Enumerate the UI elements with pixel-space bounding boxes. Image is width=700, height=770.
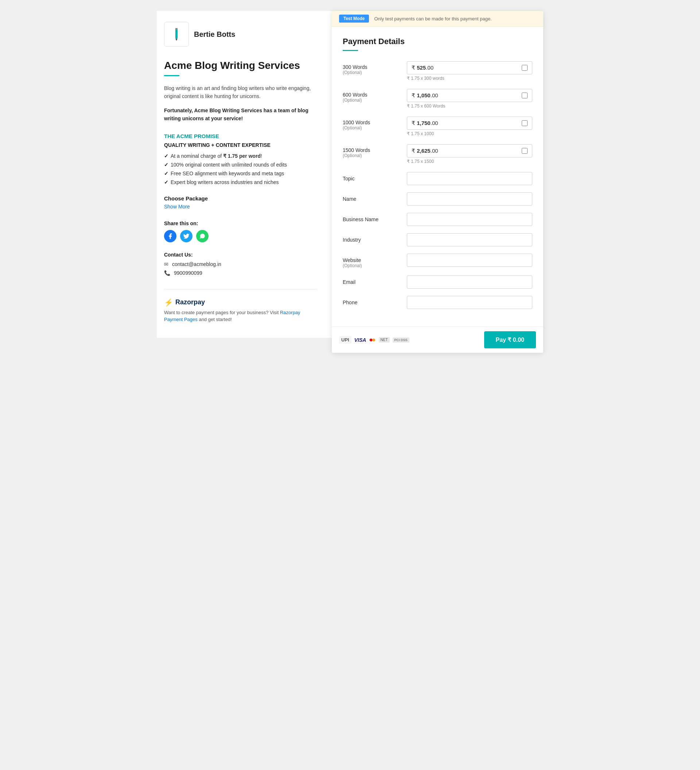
package-row-600: 600 Words (Optional) ₹ 1,050.00 ₹ 1.75 x… [343,89,532,108]
description-2: Fortunately, Acme Blog Writing Services … [164,107,317,123]
phone-input[interactable] [407,296,532,309]
price-calc-600: ₹ 1.75 x 600 Words [407,104,532,108]
contact-section: Contact Us: ✉ contact@acmeblog.in 📞 9900… [164,252,317,276]
package-row-1500: 1500 Words (Optional) ₹ 2,625.00 ₹ 1.75 … [343,144,532,164]
package-1000-title: 1000 Words [343,120,401,125]
form-row-business: Business Name [343,213,532,226]
svg-rect-2 [175,28,178,30]
razorpay-logo: ⚡ Razorpay [164,298,317,307]
contact-email: contact@acmeblog.in [172,261,221,267]
price-value-1000: ₹ 1,750.00 [412,120,522,126]
contact-title: Contact Us: [164,252,317,258]
package-row-1000: 1000 Words (Optional) ₹ 1,750.00 ₹ 1.75 … [343,116,532,136]
share-section: Share this on: [164,220,317,242]
check-icon-3: ✓ [164,171,169,176]
payment-title-underline [343,50,358,51]
phone-icon: 📞 [164,270,170,276]
price-checkbox-1500[interactable] [522,148,528,154]
check-icon-1: ✓ [164,153,169,159]
promise-title: THE ACME PROMISE [164,133,317,139]
test-mode-badge: Test Mode [339,15,369,23]
mc-orange-circle: ● [372,336,376,343]
checklist-item-2: ✓ 100% original content with unlimited r… [164,162,317,168]
package-600-optional: (Optional) [343,98,401,103]
package-600-title: 600 Words [343,92,401,98]
promise-subtitle: QUALITY WRITING + CONTENT EXPERTISE [164,142,317,148]
form-label-phone: Phone [343,299,401,306]
price-value-300: ₹ 525.00 [412,65,522,71]
price-field-1500: ₹ 2,625.00 [407,144,532,157]
checklist-item-4: ✓ Expert blog writers across industries … [164,179,317,185]
page-title: Acme Blog Writing Services [164,60,317,71]
divider [164,289,317,290]
name-input[interactable] [407,192,532,205]
price-field-600: ₹ 1,050.00 [407,89,532,102]
form-label-name: Name [343,196,401,202]
upi-badge: UPI [339,336,352,344]
industry-input[interactable] [407,233,532,246]
left-panel: Bertie Botts Acme Blog Writing Services … [157,11,332,338]
whatsapp-icon[interactable] [196,230,209,242]
package-1500-title: 1500 Words [343,147,401,153]
form-row-industry: Industry [343,233,532,246]
form-row-name: Name [343,192,532,205]
form-label-business: Business Name [343,217,401,222]
contact-phone-row: 📞 9900990099 [164,270,317,276]
package-1500-optional: (Optional) [343,153,401,158]
payment-methods: UPI VISA ● ● NET PCI DSS [339,336,410,344]
price-field-300: ₹ 525.00 [407,61,532,74]
brand-logo [164,22,189,47]
price-checkbox-1000[interactable] [522,120,528,126]
payment-footer: UPI VISA ● ● NET PCI DSS Pay ₹ 0.00 [332,327,543,353]
show-more-link[interactable]: Show More [164,204,317,210]
website-input[interactable] [407,254,532,267]
email-icon: ✉ [164,261,169,267]
form-label-email: Email [343,279,401,285]
test-mode-banner: Test Mode Only test payments can be made… [332,11,543,27]
pci-badge: PCI DSS [393,337,410,343]
package-1000-optional: (Optional) [343,125,401,131]
twitter-icon[interactable] [180,230,193,242]
checklist-item-3: ✓ Free SEO alignment with keywords and m… [164,171,317,176]
test-mode-text: Only test payments can be made for this … [374,16,491,21]
pay-button[interactable]: Pay ₹ 0.00 [484,331,536,348]
payment-title: Payment Details [343,37,532,46]
form-label-topic: Topic [343,176,401,181]
price-value-1500: ₹ 2,625.00 [412,147,522,154]
svg-marker-1 [175,39,178,41]
razorpay-name: Razorpay [175,298,205,306]
price-calc-300: ₹ 1.75 x 300 words [407,76,532,81]
email-input[interactable] [407,275,532,289]
description-1: Blog writing is an art and finding blog … [164,84,317,100]
price-calc-1000: ₹ 1.75 x 1000 [407,131,532,136]
topic-input[interactable] [407,172,532,185]
title-underline [164,75,179,76]
svg-rect-0 [175,28,178,39]
price-calc-1500: ₹ 1.75 x 1500 [407,159,532,164]
mastercard-badge: ● ● [369,336,376,344]
facebook-icon[interactable] [164,230,177,242]
checklist: ✓ At a nominal charge of ₹ 1.75 per word… [164,153,317,185]
form-row-website: Website (Optional) [343,254,532,268]
package-300-optional: (Optional) [343,70,401,75]
price-checkbox-600[interactable] [522,92,528,99]
right-panel: Test Mode Only test payments can be made… [332,11,543,353]
brand-name: Bertie Botts [194,30,235,39]
price-checkbox-300[interactable] [522,65,528,71]
net-badge: NET [379,337,390,343]
share-label: Share this on: [164,220,317,226]
contact-email-row: ✉ contact@acmeblog.in [164,261,317,267]
razorpay-icon: ⚡ [164,298,173,307]
visa-badge: VISA [354,337,366,343]
checklist-item-1: ✓ At a nominal charge of ₹ 1.75 per word… [164,153,317,159]
form-label-website: Website [343,257,401,263]
form-row-topic: Topic [343,172,532,185]
price-field-1000: ₹ 1,750.00 [407,116,532,130]
razorpay-tagline: Want to create payment pages for your bu… [164,309,317,323]
package-300-title: 300 Words [343,64,401,70]
check-icon-4: ✓ [164,179,169,185]
business-name-input[interactable] [407,213,532,226]
contact-phone: 9900990099 [174,270,203,276]
social-icons-group [164,230,317,242]
payment-content: Payment Details 300 Words (Optional) ₹ 5… [332,27,543,353]
